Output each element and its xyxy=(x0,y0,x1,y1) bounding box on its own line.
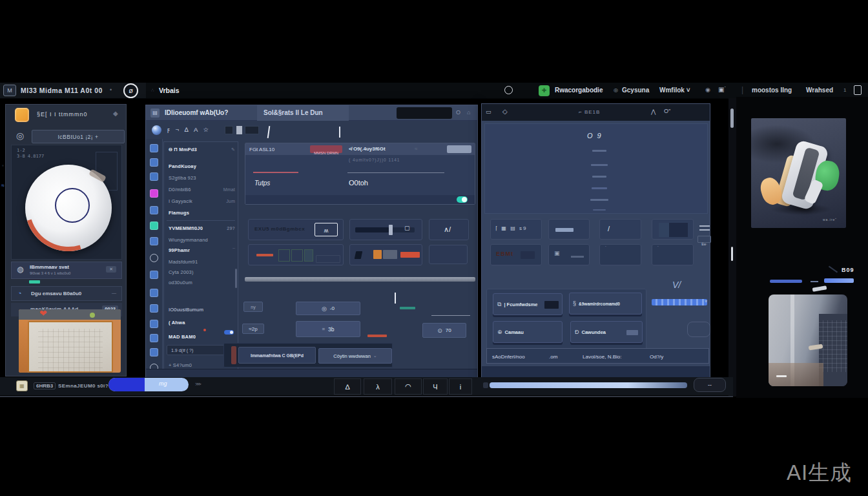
orb-icon[interactable] xyxy=(152,125,161,135)
rail-icon-14[interactable] xyxy=(150,348,158,356)
diamond-icon[interactable]: ◆ xyxy=(113,110,118,117)
menu-item[interactable]: Cyta 2003) xyxy=(169,267,235,277)
slider-handle[interactable] xyxy=(389,225,393,235)
grid-card-5[interactable] xyxy=(349,244,422,265)
scene-illustration[interactable] xyxy=(769,294,847,386)
rail-icon-9[interactable] xyxy=(150,271,158,279)
menu-item[interactable]: Madsfdum91 xyxy=(169,257,235,267)
rail-icon-1[interactable] xyxy=(150,144,158,152)
confirm-button[interactable]: Immamafntwa C GB(EPd xyxy=(238,347,316,364)
progress-caret-icon[interactable]: ▾ xyxy=(705,298,707,304)
toolbar-rect-icon[interactable]: ▭ xyxy=(486,108,491,115)
r-card-4b[interactable]: ˙ xyxy=(652,244,694,265)
rail-icon-5[interactable] xyxy=(150,206,158,214)
rail-icon-2[interactable] xyxy=(150,158,158,167)
sphere-viewport[interactable]: 1-2 3-8 4.8177 xyxy=(11,145,122,260)
scrollbar-strip[interactable] xyxy=(728,98,736,397)
footer-more-icon[interactable]: ⋙ xyxy=(195,382,202,387)
toolbar-diamond-icon[interactable]: ◇ xyxy=(502,108,508,115)
action-button-4[interactable]: Ð Cawundea xyxy=(570,321,643,343)
field-ny[interactable]: ny xyxy=(243,302,263,312)
rail-icon-11[interactable] xyxy=(150,304,158,313)
menu-item[interactable]: 99Phamr ¯ xyxy=(169,245,235,255)
grid-card-6[interactable] xyxy=(429,245,468,264)
rail-icon-8[interactable] xyxy=(150,254,158,262)
tool-button-2[interactable]: λ xyxy=(364,378,392,395)
toolbar-rotate-icon[interactable]: O″ xyxy=(664,108,670,114)
record-circle-icon[interactable] xyxy=(504,86,513,94)
rail-icon-3[interactable] xyxy=(150,172,158,181)
grid-card-4[interactable] xyxy=(248,244,344,265)
secondary-button[interactable]: Côytin wwdwwan ⌄ xyxy=(318,348,392,364)
r-card-2a[interactable] xyxy=(548,219,590,240)
card1-box[interactable]: ʍ xyxy=(315,223,338,236)
field-3b[interactable]: = 3b xyxy=(296,321,360,337)
bottom-progress-bar[interactable] xyxy=(490,382,687,388)
titlebar-icon-1[interactable]: O xyxy=(456,109,460,116)
rail-icon-12[interactable] xyxy=(150,320,158,328)
rail-icon-13[interactable] xyxy=(150,334,158,342)
progress-pill[interactable]: mg xyxy=(108,378,189,391)
menu-item[interactable]: Flamugs xyxy=(169,208,235,218)
titlebar-icon-2[interactable]: ⌂ xyxy=(467,109,470,116)
rail-icon-10[interactable] xyxy=(150,289,158,297)
striped-progress[interactable] xyxy=(652,299,707,305)
bottom-progress-track[interactable] xyxy=(483,382,488,388)
photo-icon[interactable]: ▦ xyxy=(16,380,28,391)
menu-item[interactable]: D0/mbiB6 Mmat xyxy=(169,185,235,194)
tray-icon-2[interactable]: ▣˙ xyxy=(718,86,727,93)
tray-icon-1[interactable]: ◉ xyxy=(705,87,710,93)
grid-card-3[interactable]: ∧/ xyxy=(429,219,469,240)
menu-item[interactable]: S2gtIba 923 xyxy=(169,173,235,183)
sketch-thumbnail[interactable]: ❤ xyxy=(19,309,121,373)
tool-button-3[interactable]: ◠ xyxy=(395,378,422,395)
form-header-button[interactable] xyxy=(447,145,471,153)
grid-card-1[interactable]: EXU5 m0dBgmbcx ʍ xyxy=(248,219,344,240)
rail-icon-6[interactable] xyxy=(150,222,158,230)
menu-field-box[interactable]: 1.9 d(# ( ?) xyxy=(167,345,227,355)
toolbar-glyphs[interactable]: ϝ ¬ ∆ A ☆ xyxy=(167,126,211,133)
r-card-1a[interactable]: ⌈ ▦ ▤ s9 xyxy=(490,219,542,240)
device-illustration[interactable]: wa.ire˘ xyxy=(751,118,846,228)
tool-button-5[interactable]: i xyxy=(449,378,472,395)
action-button-1[interactable]: ⧉ | Fcumfwdsme xyxy=(493,293,563,315)
toolbar-btn-3[interactable] xyxy=(245,126,259,134)
r-card-3b[interactable]: ˙ xyxy=(599,244,641,265)
rail-icon-7[interactable] xyxy=(150,237,158,245)
menu-item-header[interactable]: Θ Π MmPd3 ✎ xyxy=(169,145,235,154)
brand-label[interactable]: Rwacorgabodie xyxy=(555,87,603,94)
brand-icon[interactable]: ✚ xyxy=(539,85,550,96)
window-badge[interactable]: ø xyxy=(123,83,138,98)
teal-toggle[interactable] xyxy=(457,196,468,203)
menu-scrollbar[interactable] xyxy=(235,269,237,288)
menu-item[interactable]: Wiungymmanand xyxy=(169,235,235,245)
tool-button-1[interactable]: ∆ xyxy=(334,378,361,395)
r-card-4a[interactable] xyxy=(652,219,694,240)
grid-card-2[interactable]: ▢ xyxy=(349,219,422,240)
mini-toggle[interactable] xyxy=(224,330,234,335)
account-field[interactable]: IcBBtUo1 ¡2¡ + xyxy=(32,130,125,143)
scrollbar-thumb[interactable] xyxy=(730,108,734,128)
rail-icon-4[interactable] xyxy=(150,189,158,198)
action-button-2[interactable]: § &9wamlrdrcomamd0 xyxy=(569,293,642,315)
menu-item[interactable]: od30u0um xyxy=(169,278,235,287)
right-canvas[interactable]: O 9 xyxy=(484,123,708,214)
edit-icon[interactable]: ✎ xyxy=(231,147,235,152)
more-options-button[interactable]: -- xyxy=(694,378,726,392)
menu-item[interactable]: I Gayyacik Jum xyxy=(169,196,235,206)
field-70[interactable]: ⊙ 70 xyxy=(422,323,466,338)
left-row-1[interactable]: ◍ IBmmmaav svat 9l0vat 3 4 6 v 1 stbc0u0… xyxy=(11,262,122,279)
app-logo-icon[interactable]: M xyxy=(3,85,16,96)
left-header-icon[interactable] xyxy=(15,108,29,122)
tray-square-icon[interactable] xyxy=(854,85,862,95)
menu-item[interactable]: YVMEMMfi0J0 29? xyxy=(169,223,235,233)
toolbar-btn-1[interactable] xyxy=(225,126,233,134)
toolbar-btn-2[interactable] xyxy=(236,126,242,134)
r-card-3a[interactable]: / xyxy=(599,219,641,240)
field-zero[interactable]: ◎ -0 xyxy=(296,302,360,315)
menu-settings[interactable]: Gcysuna xyxy=(622,87,649,94)
toolbar-caret-icon[interactable]: ⋀ xyxy=(651,108,656,115)
tool-button-4[interactable]: Ч xyxy=(423,378,448,395)
action-button-3[interactable]: ⊕ Camaau xyxy=(493,321,563,343)
tab-1[interactable]: IDlioeuomf wAb(Uo? xyxy=(165,109,228,116)
